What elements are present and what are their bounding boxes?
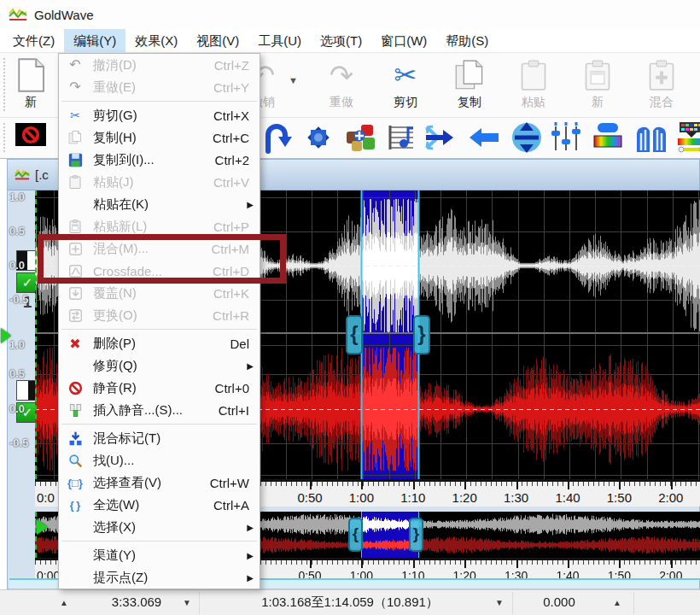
effect-icon-filter[interactable] <box>674 120 700 155</box>
toolbar-button-copy[interactable]: 复制 <box>446 56 493 110</box>
insert-silence-icon <box>63 403 87 418</box>
redo-icon: ↷ <box>318 56 365 94</box>
effect-icon-score[interactable] <box>384 120 418 155</box>
effect-icon-swap-arrows[interactable] <box>421 120 455 155</box>
menu-item[interactable]: ↷重做(E)Ctrl+Y <box>59 76 260 98</box>
length-spin-down[interactable]: ▼ <box>183 598 191 607</box>
axis-tick <box>619 560 621 568</box>
axis-label: 1:10 <box>389 490 437 505</box>
effect-icon-compass[interactable] <box>301 120 335 155</box>
highlight-rectangle <box>38 234 286 284</box>
effect-icon-gate[interactable] <box>634 120 668 155</box>
menu-item[interactable]: 复制(H)Ctrl+C <box>59 126 260 149</box>
playback-start-line <box>35 190 37 479</box>
overview-selection-end-handle[interactable]: } <box>409 518 423 552</box>
balance-spin-up[interactable]: ▲ <box>613 598 621 607</box>
axis-tick <box>310 482 312 489</box>
delete-icon: ✖ <box>63 336 87 352</box>
menubar-item[interactable]: 窗口(W) <box>371 29 436 52</box>
selection-start-handle[interactable]: { <box>346 315 363 354</box>
toolbar-button-new[interactable]: 新 <box>7 56 55 110</box>
menu-item[interactable]: 渠道(Y)▶ <box>59 544 260 566</box>
toolbar-button-paste[interactable]: 粘贴 <box>510 56 557 110</box>
menu-item[interactable]: ✖删除(P)Del <box>59 332 260 354</box>
menu-separator <box>61 424 257 425</box>
menu-item[interactable]: ↶撤消(D)Ctrl+Z <box>59 54 260 76</box>
copy-icon <box>63 131 87 144</box>
menu-bar: 文件(Z)编辑(Y)效果(X)视图(V)工具(U)选项(T)窗口(W)帮助(S) <box>0 29 700 53</box>
paste-mix-icon <box>638 56 685 94</box>
toolbar-button-cut[interactable]: ✂剪切 <box>382 56 429 110</box>
menu-item[interactable]: 找(U)... <box>59 449 260 472</box>
axis-tick <box>671 560 673 568</box>
overview-selection-start-handle[interactable]: { <box>348 518 363 552</box>
menubar-item[interactable]: 效果(X) <box>125 29 187 52</box>
amplitude-label: 1.0 <box>9 190 33 205</box>
effect-icon-u-turn[interactable] <box>260 120 295 155</box>
menu-item[interactable]: 粘贴(J)Ctrl+V <box>59 171 260 193</box>
paste-icon <box>63 175 87 189</box>
status-bar: ▲ 3:33.069 ▼ 1:03.168至1:14.059（10.891） ▼… <box>0 589 700 615</box>
axis-tick <box>464 560 466 568</box>
menubar-item[interactable]: 编辑(Y) <box>64 29 125 52</box>
menubar-item[interactable]: 帮助(S) <box>436 29 498 52</box>
total-length-value[interactable]: 3:33.069 <box>90 594 184 609</box>
selection-spin-down[interactable]: ▼ <box>495 598 504 607</box>
menu-item[interactable]: 提示点(Z)▶ <box>59 566 260 589</box>
app-title: GoldWave <box>34 8 93 22</box>
menu-item[interactable]: {□}选择查看(V)Ctrl+W <box>59 472 260 494</box>
menu-item[interactable]: 覆盖(N)Ctrl+K <box>59 282 260 304</box>
paste-new-icon <box>574 56 621 94</box>
cut-icon: ✂ <box>382 56 429 94</box>
replace-icon <box>63 308 87 323</box>
balance-value[interactable]: 0.000 <box>525 594 593 609</box>
toolbar-grip[interactable] <box>3 58 5 111</box>
menu-item[interactable]: 更换(O)Ctrl+R <box>59 304 260 326</box>
axis-label: 0:50 <box>286 490 334 505</box>
menubar-item[interactable]: 选项(T) <box>311 29 371 52</box>
effect-icon-mechanize[interactable] <box>344 120 378 155</box>
toolbar-button-label: 新 <box>7 95 55 110</box>
undo-icon: ↶ <box>63 56 87 73</box>
amplitude-label: -0.5 <box>9 292 33 308</box>
menu-item[interactable]: 静音(R)Ctrl+0 <box>59 377 260 399</box>
length-spin-up[interactable]: ▲ <box>60 598 68 607</box>
axis-tick <box>310 560 312 568</box>
toolbar-button-redo[interactable]: ↷重做 <box>318 56 365 110</box>
select-all-icon: { } <box>63 499 87 512</box>
submenu-arrow-icon: ▶ <box>247 551 254 560</box>
toolbar-button-paste-new[interactable]: 新 <box>574 56 621 110</box>
effect-icon-equalizer[interactable] <box>549 120 583 155</box>
menubar-item[interactable]: 文件(Z) <box>3 29 64 52</box>
selection-range-value[interactable]: 1:03.168至1:14.059（10.891） <box>209 594 491 611</box>
effect-icon-expand[interactable] <box>510 120 544 155</box>
menubar-item[interactable]: 视图(V) <box>187 29 248 52</box>
effect-icon-spectrum[interactable] <box>591 120 625 155</box>
menu-item[interactable]: 插入静音...(S)...Ctrl+I <box>59 399 260 421</box>
redo-icon: ↷ <box>63 79 87 96</box>
play-position-marker[interactable] <box>37 519 48 535</box>
axis-tick <box>361 560 363 568</box>
menu-item[interactable]: { }全选(W)Ctrl+A <box>59 494 260 516</box>
amplitude-label: 1.0 <box>9 337 33 353</box>
submenu-arrow-icon: ▶ <box>247 523 254 532</box>
amplitude-label: -0.5 <box>9 436 33 451</box>
amplitude-label: 0.5 <box>9 366 33 382</box>
menu-item[interactable]: 混合标记(T) <box>59 427 260 449</box>
mix-marker-icon <box>63 431 87 446</box>
menu-item[interactable]: 粘贴在(K)▶ <box>59 193 260 215</box>
axis-tick <box>619 482 621 489</box>
toolbar-button-paste-mix[interactable]: 混合 <box>638 56 685 110</box>
selection-end-handle[interactable]: } <box>413 315 430 354</box>
undo-dropdown-caret[interactable]: ▼ <box>289 75 298 85</box>
menu-item[interactable]: 选择(X)▶ <box>59 516 260 538</box>
edit-position-marker <box>1 328 11 343</box>
effect-icon-left-arrow[interactable] <box>467 120 501 155</box>
menubar-item[interactable]: 工具(U) <box>248 29 311 52</box>
axis-label: 2:00 <box>647 490 695 505</box>
menu-item[interactable]: 复制到(I)...Ctrl+2 <box>59 149 260 171</box>
submenu-arrow-icon: ▶ <box>247 361 254 371</box>
toolbar-grip[interactable] <box>3 123 5 152</box>
menu-item[interactable]: ✂剪切(G)Ctrl+X <box>59 104 260 126</box>
menu-item[interactable]: 修剪(Q)▶ <box>59 354 260 377</box>
